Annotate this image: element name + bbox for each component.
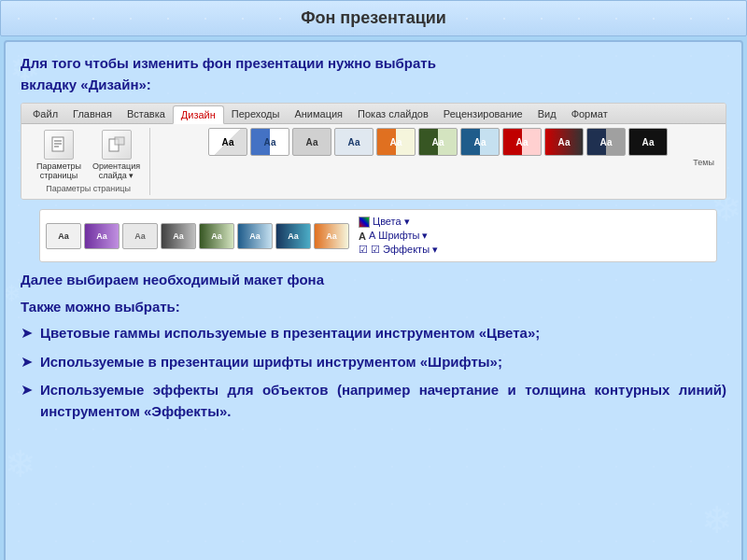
tab-review[interactable]: Рецензирование <box>436 105 530 123</box>
bullet-item-1: ➤ Цветовые гаммы используемые в презента… <box>21 323 726 344</box>
mini-theme-6[interactable]: Аа <box>237 223 273 249</box>
ribbon-wrapper: Файл Главная Вставка Дизайн Переходы Ани… <box>21 103 726 200</box>
theme-sample-1[interactable]: Аа <box>208 128 247 156</box>
tab-animation[interactable]: Анимация <box>287 105 350 123</box>
side-options-panel: Цвета ▾ А А Шрифты ▾ ☑ ☑ Эффекты ▾ <box>359 216 438 256</box>
mini-theme-1[interactable]: Аа <box>46 223 81 249</box>
tab-slideshow[interactable]: Показ слайдов <box>350 105 436 123</box>
themes-group-label: Темы <box>693 158 714 167</box>
orientation-label: Ориентация <box>92 161 140 171</box>
mini-theme-4[interactable]: Аа <box>161 223 196 249</box>
tab-file[interactable]: Файл <box>25 105 65 123</box>
page-params-label: Параметры <box>36 161 81 171</box>
page-params-label2: страницы <box>40 171 78 180</box>
page-params-icon <box>44 130 74 160</box>
theme-sample-7[interactable]: Аа <box>460 128 500 156</box>
theme-sample-3[interactable]: Аа <box>292 128 331 156</box>
bullet-text-2: Используемые в презентации шрифты инстру… <box>40 352 726 373</box>
tab-view[interactable]: Вид <box>530 105 564 123</box>
bullet-arrow-2: ➤ <box>21 353 33 371</box>
intro-line1: Для того чтобы изменить фон презентации … <box>21 55 436 71</box>
tab-format[interactable]: Формат <box>564 105 615 123</box>
theme-sample-10[interactable]: Аа <box>586 128 626 156</box>
orientation-label2: слайда ▾ <box>99 171 134 180</box>
mini-theme-7[interactable]: Аа <box>275 223 311 249</box>
theme-sample-11[interactable]: Аа <box>628 128 668 156</box>
ribbon-tabs-bar: Файл Главная Вставка Дизайн Переходы Ани… <box>21 104 726 124</box>
btn-orientation[interactable]: Ориентация слайда ▾ <box>89 128 144 182</box>
tab-insert[interactable]: Вставка <box>120 105 173 123</box>
intro-text: Для того чтобы изменить фон презентации … <box>21 53 726 95</box>
mini-theme-5[interactable]: Аа <box>199 223 234 249</box>
mini-theme-3[interactable]: Аа <box>122 223 158 249</box>
tab-transitions[interactable]: Переходы <box>224 105 288 123</box>
fonts-option[interactable]: А А Шрифты ▾ <box>359 230 438 242</box>
theme-sample-8[interactable]: Аа <box>502 128 542 156</box>
section2-text: Также можно выбрать: <box>21 297 726 318</box>
tab-home[interactable]: Главная <box>65 105 120 123</box>
theme-sample-9[interactable]: Аа <box>544 128 584 156</box>
pagesetup-group-label: Параметры страницы <box>46 184 131 193</box>
bullet-text-1: Цветовые гаммы используемые в презентаци… <box>40 323 726 344</box>
bullet-item-3: ➤ Используемые эффекты для объектов (нап… <box>21 380 726 422</box>
ribbon-content: Параметры страницы Ориентация слайда ▾ <box>21 124 726 199</box>
section1-text: Далее выбираем необходимый макет фона <box>21 270 726 291</box>
theme-sample-6[interactable]: Аа <box>418 128 458 156</box>
intro-line2: вкладку «Дизайн»: <box>21 77 151 92</box>
bullet-text-3: Используемые эффекты для объектов (напри… <box>40 380 726 422</box>
bullet-item-2: ➤ Используемые в презентации шрифты инст… <box>21 352 726 373</box>
svg-rect-5 <box>115 137 124 145</box>
tab-design[interactable]: Дизайн <box>173 105 224 124</box>
effects-option[interactable]: ☑ ☑ Эффекты ▾ <box>359 244 438 256</box>
mini-theme-8[interactable]: Аа <box>314 223 349 249</box>
mini-theme-2[interactable]: Аа <box>84 223 120 249</box>
bullet-arrow-1: ➤ <box>21 324 33 342</box>
title-text: Фон презентации <box>301 8 446 27</box>
mini-themes-row: Аа Аа Аа Аа Аа Аа Аа Аа <box>46 223 349 249</box>
btn-page-params[interactable]: Параметры страницы <box>33 128 85 182</box>
title-bar: Фон презентации <box>0 0 747 36</box>
theme-sample-2[interactable]: Аа <box>250 128 289 156</box>
ribbon-secondary: Аа Аа Аа Аа Аа Аа Аа Аа Цвета ▾ А А Шриф… <box>39 209 717 262</box>
ribbon-group-pagesetup: Параметры страницы Ориентация слайда ▾ <box>27 128 150 195</box>
orientation-icon <box>102 130 132 160</box>
colors-option[interactable]: Цвета ▾ <box>359 216 438 228</box>
ribbon-group-themes: Аа Аа Аа Аа Аа Аа Аа Аа Аа Аа Аа Темы <box>156 128 720 169</box>
bullet-arrow-3: ➤ <box>21 381 33 399</box>
main-container: Для того чтобы изменить фон презентации … <box>4 40 743 560</box>
theme-sample-4[interactable]: Аа <box>334 128 374 156</box>
theme-sample-5[interactable]: Аа <box>376 128 416 156</box>
